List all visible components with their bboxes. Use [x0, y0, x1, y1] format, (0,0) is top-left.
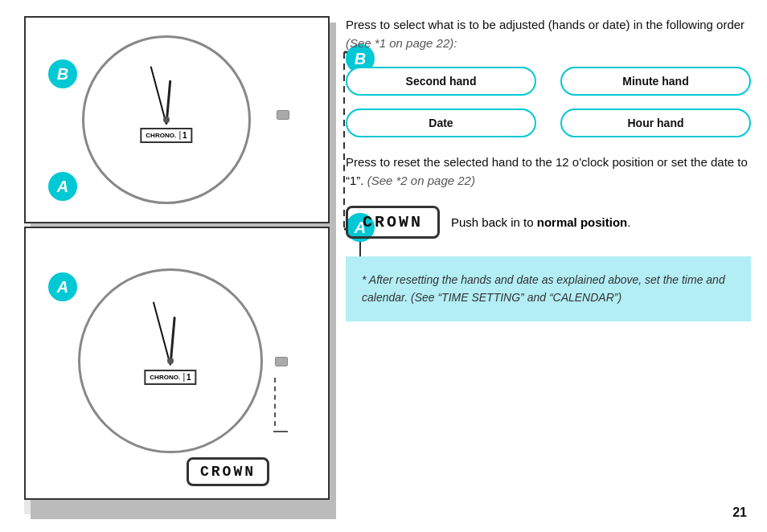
crown-label-bottom: CROWN	[187, 457, 269, 486]
crown-indicator-arrow	[273, 431, 288, 432]
crown-knob-top	[277, 110, 289, 120]
crown-label-right: CROWN	[346, 206, 440, 239]
hour-hand-button[interactable]: Hour hand	[560, 108, 751, 137]
info-box: * After resetting the hands and date as …	[346, 256, 751, 321]
push-text: Push back in to normal position.	[451, 215, 630, 229]
right-panel: Press to select what is to be adjusted (…	[346, 16, 751, 321]
date-button[interactable]: Date	[346, 108, 536, 137]
badge-b: B	[48, 59, 77, 88]
watch-section-top: B A CHRONO. 1	[24, 16, 330, 223]
crown-knob-bottom	[275, 357, 288, 366]
second-hand-button[interactable]: Second hand	[346, 67, 536, 96]
minute-hand-button[interactable]: Minute hand	[560, 67, 751, 96]
watch-label-top: CHRONO. 1	[140, 128, 192, 143]
page-number: 21	[732, 505, 747, 520]
center-dot-bottom	[167, 358, 174, 364]
crown-push-row: CROWN Push back in to normal position.	[346, 206, 751, 239]
watch-section-bottom: A CHRONO. 1 CROWN	[24, 227, 330, 500]
buttons-grid: Second hand Minute hand Date Hour hand	[346, 67, 751, 137]
badge-a-top: A	[48, 172, 77, 201]
badge-a-bottom: A	[48, 272, 77, 301]
watch-face-bottom: CHRONO. 1	[78, 268, 263, 453]
crown-indicator-line	[274, 378, 276, 426]
minute-hand-bottom	[153, 301, 171, 366]
press-text-2: Press to reset the selected hand to the …	[346, 153, 751, 190]
press-text-1: Press to select what is to be adjusted (…	[346, 16, 751, 52]
left-panel: B A CHRONO. 1 A	[24, 16, 330, 514]
press-text-1-block: Press to select what is to be adjusted (…	[346, 16, 751, 52]
watch-label-bottom: CHRONO. 1	[144, 370, 196, 385]
center-dot-top	[163, 117, 170, 123]
watch-face-top: CHRONO. 1	[82, 35, 251, 204]
press-text-2-block: Press to reset the selected hand to the …	[346, 153, 751, 190]
